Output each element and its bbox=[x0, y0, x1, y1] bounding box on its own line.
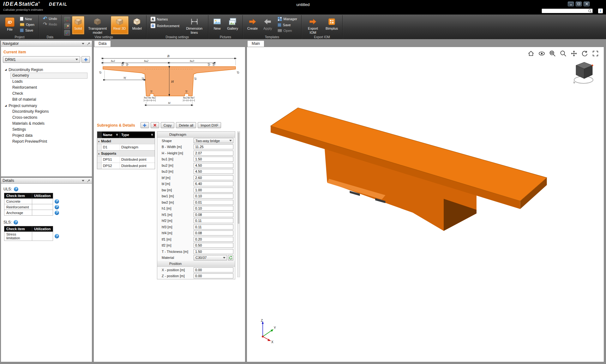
panel-collapse-icon[interactable] bbox=[82, 43, 84, 45]
help-icon[interactable]: ? bbox=[55, 199, 59, 204]
tree-item-discontinuity-regions[interactable]: Discontinuity Regions bbox=[10, 109, 87, 115]
template-save-button[interactable]: Save bbox=[276, 22, 299, 27]
tree-item-cross-sections[interactable]: Cross-sections bbox=[10, 115, 87, 121]
column-header-name[interactable]: Name bbox=[102, 132, 120, 138]
pan-button[interactable] bbox=[570, 50, 578, 57]
tree-item-reinforcement[interactable]: Reinforcement bbox=[10, 85, 87, 91]
properties-scrollbar[interactable] bbox=[237, 131, 240, 277]
search-icon[interactable] bbox=[588, 9, 592, 13]
help-icon[interactable]: ? bbox=[14, 187, 18, 191]
lcs-toggle-button[interactable] bbox=[64, 30, 70, 36]
names-toggle-button[interactable]: ANames bbox=[149, 16, 181, 22]
property-input-bu3-m[interactable] bbox=[194, 169, 233, 174]
template-manager-button[interactable]: Manager bbox=[276, 16, 299, 22]
dimension-lines-button[interactable]: Dimension lines bbox=[183, 16, 206, 34]
tab-data[interactable]: Data bbox=[94, 40, 111, 47]
material-select[interactable]: C30/37 bbox=[194, 255, 227, 260]
new-project-button[interactable]: New bbox=[18, 16, 36, 21]
tree-item-materials-models[interactable]: Materials & models bbox=[10, 121, 87, 127]
navigation-cube[interactable] bbox=[572, 60, 596, 87]
home-view-button[interactable] bbox=[527, 50, 535, 57]
property-input-z-position-m[interactable] bbox=[194, 273, 233, 278]
panel-collapse-icon[interactable] bbox=[82, 180, 84, 182]
picture-new-button[interactable]: New bbox=[211, 16, 223, 34]
expander-icon[interactable]: ◢ bbox=[5, 104, 7, 107]
property-input-bw2-m[interactable] bbox=[194, 200, 233, 205]
shape-select[interactable]: Two-way bridge bbox=[194, 138, 233, 143]
property-input-tf2-m[interactable] bbox=[194, 243, 233, 248]
material-edit-button[interactable] bbox=[228, 255, 233, 260]
add-subregion-button[interactable] bbox=[141, 122, 149, 128]
property-input-t-thickness-m[interactable] bbox=[194, 249, 233, 254]
tree-item-project-data[interactable]: Project data bbox=[10, 133, 87, 139]
subregion-row-dps1[interactable]: DPS1Distributed point bbox=[97, 156, 155, 163]
view-direction-button[interactable] bbox=[538, 50, 546, 57]
close-button[interactable] bbox=[584, 2, 590, 6]
property-input-hf3-m[interactable] bbox=[194, 224, 233, 230]
column-header-type[interactable]: Type bbox=[120, 132, 155, 138]
property-input-bw-m[interactable] bbox=[194, 188, 233, 193]
transparent-view-button[interactable]: Transparent model bbox=[86, 16, 109, 34]
property-input-bu1-m[interactable] bbox=[194, 157, 233, 162]
info-button[interactable]: i bbox=[598, 9, 603, 13]
viewport[interactable]: Z Y X bbox=[247, 47, 604, 362]
pin-icon[interactable] bbox=[87, 42, 90, 45]
tree-item-geometry[interactable]: Geometry bbox=[10, 73, 87, 79]
bridge-3d-model[interactable] bbox=[266, 88, 550, 270]
help-icon[interactable]: ? bbox=[55, 234, 59, 238]
export-iom-button[interactable]: Export IOM bbox=[304, 16, 322, 34]
gallery-button[interactable]: Gallery bbox=[225, 16, 240, 34]
undo-button[interactable]: ↶Undo bbox=[41, 16, 59, 21]
tree-node-project-summary[interactable]: ◢Project summary bbox=[3, 103, 90, 109]
property-input-bw1-m[interactable] bbox=[194, 194, 233, 199]
minimize-button[interactable] bbox=[568, 2, 574, 6]
maximize-button[interactable] bbox=[576, 2, 582, 6]
property-input-bl-m[interactable] bbox=[194, 181, 233, 186]
filter-icon[interactable] bbox=[116, 134, 118, 136]
fit-view-button[interactable] bbox=[591, 50, 599, 57]
subregion-row-dps2[interactable]: DPS2Distributed point bbox=[97, 163, 155, 169]
subregion-row-d1[interactable]: D1Diaphragm bbox=[97, 144, 155, 150]
tree-item-loads[interactable]: Loads bbox=[10, 79, 87, 85]
tree-item-report-preview-print[interactable]: Report Preview/Print bbox=[10, 139, 87, 145]
filter-icon[interactable] bbox=[151, 134, 153, 136]
tree-item-settings[interactable]: Settings bbox=[10, 127, 87, 133]
property-input-bu2-m[interactable] bbox=[194, 163, 233, 168]
file-button[interactable]: ID File bbox=[3, 16, 16, 34]
template-create-button[interactable]: Create bbox=[245, 16, 260, 34]
delete-subregion-button[interactable] bbox=[151, 122, 159, 128]
property-input-tf1-m[interactable] bbox=[194, 237, 233, 242]
save-project-button[interactable]: Save bbox=[18, 28, 36, 33]
property-input-hf1-m[interactable] bbox=[194, 212, 233, 217]
tree-item-check[interactable]: Check bbox=[10, 91, 87, 97]
copy-button[interactable]: Copy bbox=[161, 122, 175, 128]
tree-node-discontinuity-region[interactable]: ◢Discontinuity Region bbox=[3, 67, 90, 73]
zoom-button[interactable] bbox=[559, 50, 567, 57]
property-input-h-height-m[interactable] bbox=[194, 151, 233, 156]
property-input-hf2-m[interactable] bbox=[194, 218, 233, 223]
search-input[interactable] bbox=[542, 9, 588, 13]
help-icon[interactable]: ? bbox=[55, 211, 59, 215]
zoom-window-button[interactable] bbox=[549, 50, 556, 57]
property-input-x-position-m[interactable] bbox=[194, 267, 233, 272]
group-row-model[interactable]: ▴Model bbox=[97, 138, 155, 144]
rotate-view-button[interactable] bbox=[581, 50, 589, 57]
group-row-supports[interactable]: ▴Supports bbox=[97, 150, 155, 156]
expander-icon[interactable]: ◢ bbox=[5, 68, 7, 71]
delete-all-button[interactable]: Delete all bbox=[176, 122, 196, 128]
tree-item-bill-of-material[interactable]: Bill of material bbox=[10, 97, 87, 103]
help-icon[interactable]: ? bbox=[55, 205, 59, 209]
scrollbar-thumb[interactable] bbox=[238, 132, 239, 224]
solid-view-button[interactable]: Solid bbox=[72, 16, 84, 34]
help-icon[interactable]: ? bbox=[14, 220, 18, 224]
open-project-button[interactable]: Open bbox=[18, 22, 36, 27]
real-3d-button[interactable]: Real 3D bbox=[111, 16, 129, 34]
property-input-bf-m[interactable] bbox=[194, 175, 233, 180]
workplane-toggle-button[interactable] bbox=[64, 23, 70, 29]
import-dxf-button[interactable]: Import DXF bbox=[198, 122, 221, 128]
reinforcement-toggle-button[interactable]: RReinforcement bbox=[149, 23, 181, 29]
add-region-button[interactable] bbox=[81, 56, 90, 63]
axes-toggle-button[interactable] bbox=[64, 17, 70, 22]
bimplus-button[interactable]: Bimplus bbox=[324, 16, 340, 34]
model-view-button[interactable]: Model bbox=[130, 16, 144, 34]
